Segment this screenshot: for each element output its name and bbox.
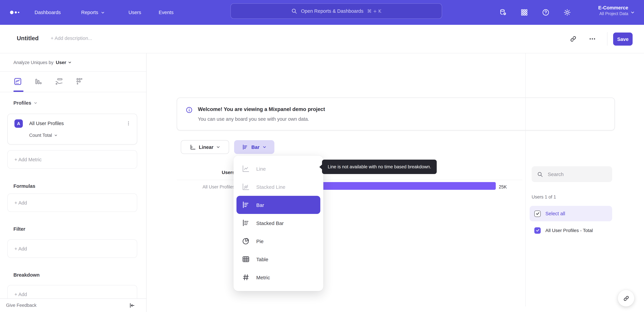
metric-name[interactable]: All User Profiles: [29, 121, 64, 126]
bar-chart-icon: [242, 144, 249, 150]
global-search-button[interactable]: Open Reports & Dashboards ⌘ + K: [230, 3, 442, 19]
nav-item-dashboards[interactable]: Dashboards: [34, 0, 61, 25]
nav-item-users[interactable]: Users: [128, 0, 141, 25]
series-search-input[interactable]: [547, 171, 606, 178]
project-switcher[interactable]: E-Commerce All Project Data: [598, 4, 628, 17]
select-all-checkbox[interactable]: [534, 210, 541, 217]
nav-item-label: Users: [128, 10, 141, 15]
table-icon: [242, 255, 250, 264]
report-title[interactable]: Untitled: [17, 35, 38, 42]
dropdown-item-metric[interactable]: Metric: [236, 268, 320, 286]
series-search-box[interactable]: [532, 166, 612, 182]
give-feedback-link[interactable]: Give Feedback: [6, 303, 36, 308]
pie-chart-icon: [242, 237, 250, 246]
chevron-down-icon: [216, 145, 220, 149]
tab-paths[interactable]: [75, 77, 84, 86]
dropdown-item-stacked-line[interactable]: Stacked Line: [236, 178, 320, 196]
collapse-sidebar-icon[interactable]: [128, 302, 135, 309]
dropdown-item-label: Metric: [256, 274, 270, 280]
add-formula-button[interactable]: + Add: [8, 194, 137, 212]
line-chart-icon: [242, 164, 250, 173]
search-icon: [291, 8, 297, 14]
nav-item-reports[interactable]: Reports: [81, 0, 105, 25]
profiles-section-header[interactable]: Profiles: [14, 100, 38, 106]
stacked-bar-chart-icon: [242, 218, 250, 227]
panel-divider: [525, 53, 526, 306]
report-canvas: Welcome! You are viewing a Mixpanel demo…: [146, 53, 644, 312]
bar-chart-icon: [242, 200, 250, 209]
line-disabled-tooltip: Line is not available with no time based…: [322, 160, 437, 174]
dropdown-item-label: Stacked Bar: [256, 220, 284, 226]
top-nav: Dashboards Reports Users Events Open Rep…: [0, 0, 644, 25]
add-metric-button[interactable]: + Add Metric: [8, 150, 137, 169]
series-row[interactable]: All User Profiles - Total: [530, 223, 612, 238]
dropdown-item-stacked-bar[interactable]: Stacked Bar: [236, 214, 320, 232]
chevron-down-icon: [54, 134, 58, 137]
data-management-icon[interactable]: [499, 8, 507, 16]
chart-users-column-header: Users: [146, 170, 235, 175]
dropdown-item-label: Table: [256, 256, 268, 262]
metric-hash-icon: [242, 273, 250, 282]
share-link-fab[interactable]: [618, 290, 634, 306]
chart-bar-value-label: 25K: [499, 184, 507, 190]
tooltip-text: Line is not available with no time based…: [328, 164, 431, 169]
chart-type-dropdown: Line Stacked Line Bar Stacked Bar Pie Ta…: [234, 156, 323, 291]
analyze-row: Analyze Uniques by User: [0, 53, 146, 72]
dropdown-item-label: Stacked Line: [256, 184, 285, 190]
analyze-value-dropdown[interactable]: User: [56, 60, 72, 65]
more-options-icon[interactable]: [589, 35, 596, 42]
select-all-row[interactable]: Select all: [530, 206, 612, 221]
dropdown-item-pie[interactable]: Pie: [236, 232, 320, 250]
mixpanel-logo-icon[interactable]: [9, 9, 21, 16]
settings-gear-icon[interactable]: [563, 8, 571, 16]
help-icon[interactable]: [542, 8, 550, 16]
tab-insights[interactable]: [14, 77, 22, 86]
analyze-value-label: User: [56, 60, 66, 65]
apps-grid-icon[interactable]: [520, 8, 528, 16]
add-description-field[interactable]: + Add description...: [51, 36, 92, 41]
add-label: + Add: [14, 200, 27, 205]
scale-selector-button[interactable]: Linear: [181, 140, 229, 154]
analyze-prefix-label: Analyze Uniques by: [14, 60, 54, 65]
kebab-menu-icon[interactable]: [126, 120, 132, 126]
chevron-down-icon: [630, 10, 635, 15]
aggregation-dropdown[interactable]: Count Total: [29, 133, 58, 138]
add-filter-button[interactable]: + Add: [8, 240, 137, 258]
metric-card[interactable]: A All User Profiles Count Total: [8, 114, 137, 144]
query-builder-sidebar: Analyze Uniques by User Profiles: [0, 53, 146, 312]
add-label: + Add: [14, 246, 27, 251]
search-icon: [537, 171, 543, 177]
dropdown-item-table[interactable]: Table: [236, 250, 320, 268]
nav-item-events[interactable]: Events: [159, 0, 174, 25]
info-icon: [186, 106, 193, 114]
chart-type-label: Bar: [252, 144, 260, 150]
linear-scale-icon: [189, 144, 196, 150]
chart-type-selector-button[interactable]: Bar: [234, 140, 274, 154]
banner-title: Welcome! You are viewing a Mixpanel demo…: [198, 106, 325, 112]
save-button[interactable]: Save: [613, 32, 632, 46]
sidebar-footer: Give Feedback: [0, 298, 146, 312]
stacked-line-chart-icon: [242, 182, 250, 191]
formulas-section-header: Formulas: [14, 184, 36, 189]
chevron-down-icon: [262, 145, 266, 149]
tab-reports-bars[interactable]: [34, 77, 42, 86]
copy-link-icon[interactable]: [570, 35, 577, 42]
dropdown-item-line[interactable]: Line: [236, 160, 320, 178]
dropdown-item-bar[interactable]: Bar: [236, 196, 320, 214]
chevron-down-icon: [34, 101, 38, 105]
dropdown-item-label: Bar: [256, 202, 264, 208]
nav-item-label: Reports: [81, 10, 98, 15]
select-all-label: Select all: [546, 211, 565, 216]
dropdown-item-label: Line: [256, 166, 266, 172]
chevron-down-icon: [100, 10, 105, 14]
nav-item-label: Events: [159, 10, 174, 15]
scale-label: Linear: [199, 144, 213, 150]
mixpanel-app: Dashboards Reports Users Events Open Rep…: [0, 0, 644, 312]
chart-header-divider: [177, 180, 522, 180]
tab-flows[interactable]: [55, 77, 64, 86]
project-name: E-Commerce: [598, 4, 628, 11]
add-metric-label: + Add Metric: [14, 157, 42, 162]
series-checkbox[interactable]: [534, 227, 541, 234]
add-label: + Add: [14, 292, 27, 297]
active-tab-indicator: [14, 90, 24, 92]
